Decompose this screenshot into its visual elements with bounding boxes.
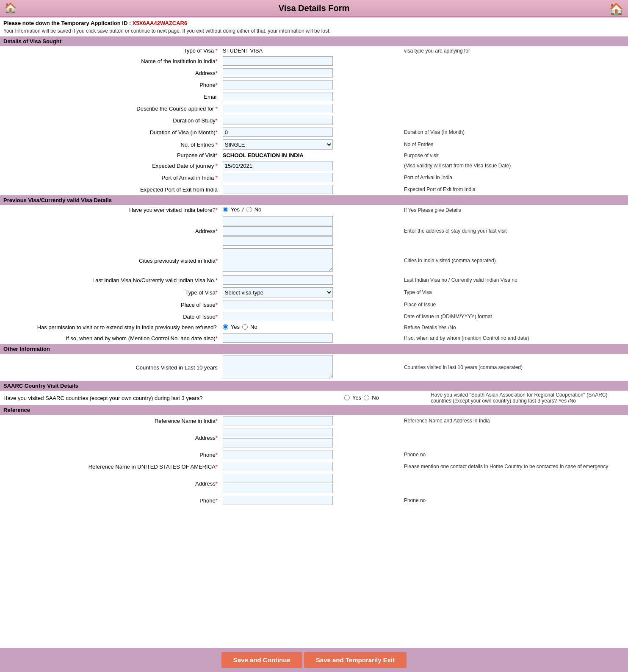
control-no-input[interactable] — [223, 333, 333, 343]
prev-visa-type-select[interactable]: Select visa type TOURIST STUDENT BUSINES… — [223, 287, 333, 297]
port-exit-input[interactable] — [223, 185, 333, 194]
section-reference: Reference — [0, 405, 628, 415]
table-row: Reference Name in India* Reference Name … — [0, 415, 628, 427]
ref-phone-india-label: Phone* — [0, 449, 220, 461]
place-issue-input[interactable] — [223, 300, 333, 309]
ref-address-india-2[interactable] — [223, 438, 333, 447]
table-row: Phone* Phone no — [0, 494, 628, 506]
port-arrival-input[interactable] — [223, 173, 333, 182]
ref-phone-india-hint: Phone no — [401, 449, 628, 461]
refused-yes-label: Yes — [231, 324, 240, 330]
countries-textarea[interactable] — [223, 355, 333, 378]
institution-label: Name of the Institution in India* — [0, 55, 220, 67]
refused-yes-radio[interactable] — [223, 324, 228, 330]
ref-phone-india-input[interactable] — [223, 450, 333, 459]
cities-label: Cities previously visited in India* — [0, 247, 220, 274]
section-other-info: Other Information — [0, 344, 628, 354]
saarc-hint: Have you visited "South Asian Associatio… — [428, 391, 628, 405]
refused-radio-group: Yes No — [223, 324, 257, 330]
date-issue-hint: Date of Issue in (DD/MM/YYYY) format — [401, 311, 628, 322]
table-row: Address* Enter the address of stay durin… — [0, 215, 628, 247]
refused-no-radio[interactable] — [242, 324, 248, 330]
saarc-yes-radio[interactable] — [344, 395, 350, 400]
prev-address-input-1[interactable] — [223, 216, 333, 225]
purpose-hint: Purpose of visit — [401, 151, 628, 160]
prev-address-label: Address* — [0, 215, 220, 247]
app-id-label: Please note down the Temporary Applicati… — [3, 20, 131, 26]
table-row: Duration of Visa (In Month)* Duration of… — [0, 126, 628, 138]
duration-study-input[interactable] — [223, 116, 333, 125]
save-exit-button[interactable]: Save and Temporarily Exit — [304, 652, 407, 668]
table-row: Cities previously visited in India* Citi… — [0, 247, 628, 274]
reference-table: Reference Name in India* Reference Name … — [0, 415, 628, 506]
ref-address-india-label: Address* — [0, 427, 220, 449]
page-header: 🏠 Visa Details Form 🏠 — [0, 0, 628, 17]
address-label: Address* — [0, 67, 220, 79]
page-title: Visa Details Form — [0, 3, 628, 13]
previous-visa-table: Have you ever visited India before?* Yes… — [0, 205, 628, 344]
ref-name-usa-hint: Please mention one contact details in Ho… — [401, 461, 628, 472]
visited-no-radio[interactable] — [246, 207, 252, 212]
countries-label: Countries Visited in Last 10 years — [0, 354, 220, 381]
journey-date-input[interactable] — [223, 161, 333, 170]
visa-sought-table: Type of Visa * STUDENT VISA visa type yo… — [0, 46, 628, 195]
prev-address-input-2[interactable] — [223, 226, 333, 236]
table-row: Describe the Course applied for * — [0, 103, 628, 114]
ref-name-india-input[interactable] — [223, 416, 333, 425]
ref-address-india-1[interactable] — [223, 428, 333, 437]
email-input[interactable] — [223, 92, 333, 101]
table-row: If so, when and by whom (Mention Control… — [0, 332, 628, 344]
visited-before-label: Have you ever visited India before?* — [0, 205, 220, 215]
visited-yes-radio[interactable] — [223, 207, 228, 212]
table-row: Name of the Institution in India* — [0, 55, 628, 67]
ref-phone-usa-input[interactable] — [223, 496, 333, 505]
entries-select[interactable]: SINGLE MULTIPLE DOUBLE — [223, 139, 333, 150]
table-row: Countries Visited in Last 10 years Count… — [0, 354, 628, 381]
ref-name-usa-input[interactable] — [223, 462, 333, 471]
refused-no-label: No — [250, 324, 257, 330]
institution-input[interactable] — [223, 56, 333, 66]
save-continue-button[interactable]: Save and Continue — [221, 652, 302, 668]
table-row: Last Indian Visa No/Currently valid Indi… — [0, 274, 628, 286]
table-row: Have you ever visited India before?* Yes… — [0, 205, 628, 215]
ref-address-usa-label: Address* — [0, 472, 220, 494]
port-exit-hint: Expected Port of Exit from India — [401, 183, 628, 195]
cities-hint: Cities in India visited (comma separated… — [401, 247, 628, 274]
last-visa-input[interactable] — [223, 275, 333, 285]
info-text: Your Information will be saved if you cl… — [0, 27, 628, 36]
prev-address-input-3[interactable] — [223, 236, 333, 246]
ref-address-india-inputs — [223, 428, 399, 447]
course-label: Describe the Course applied for * — [0, 103, 220, 114]
ref-address-usa-inputs — [223, 474, 399, 493]
right-home-icon: 🏠 — [609, 2, 624, 16]
left-home-icon: 🏠 — [4, 2, 17, 14]
section-saarc: SAARC Country Visit Details — [0, 381, 628, 391]
countries-hint: Countries visited in last 10 years (comm… — [401, 354, 628, 381]
entries-label: No. of Entries * — [0, 138, 220, 151]
saarc-no-label: No — [372, 394, 379, 401]
duration-visa-label: Duration of Visa (In Month)* — [0, 126, 220, 138]
place-issue-hint: Place of Issue — [401, 299, 628, 311]
type-of-visa-hint: visa type you are applying for — [401, 46, 628, 55]
ref-phone-usa-label: Phone* — [0, 494, 220, 506]
duration-visa-hint: Duration of Visa (In Month) — [401, 126, 628, 138]
phone-input[interactable] — [223, 80, 333, 89]
journey-date-hint: (Visa validity will start from the Visa … — [401, 160, 628, 172]
phone-label: Phone* — [0, 79, 220, 91]
duration-study-label: Duration of Study* — [0, 114, 220, 126]
table-row: Have you visited SAARC countries (except… — [0, 391, 628, 405]
table-row: Address* — [0, 427, 628, 449]
saarc-no-radio[interactable] — [364, 395, 369, 400]
table-row: Address* — [0, 472, 628, 494]
duration-visa-input[interactable] — [223, 128, 333, 137]
cities-textarea[interactable] — [223, 248, 333, 272]
ref-address-usa-2[interactable] — [223, 484, 333, 493]
course-input[interactable] — [223, 104, 333, 113]
address-input[interactable] — [223, 68, 333, 78]
ref-address-usa-1[interactable] — [223, 474, 333, 483]
table-row: Email — [0, 91, 628, 103]
saarc-table: Have you visited SAARC countries (except… — [0, 391, 628, 405]
table-row: Type of Visa* Select visa type TOURIST S… — [0, 286, 628, 299]
date-issue-input[interactable] — [223, 312, 333, 321]
ref-name-india-label: Reference Name in India* — [0, 415, 220, 427]
